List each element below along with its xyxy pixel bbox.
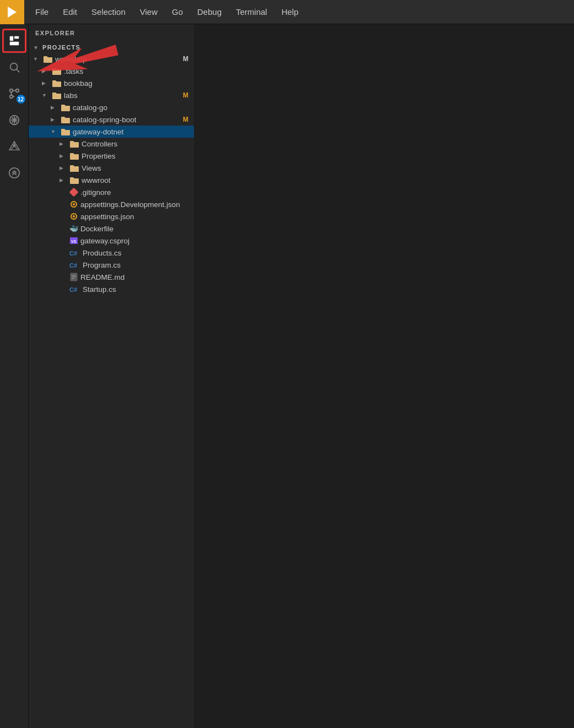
content-area	[194, 24, 574, 728]
tree-item-catalog-spring-boot[interactable]: ▶ catalog-spring-bootM	[29, 113, 194, 126]
explorer-label: EXPLORER	[35, 30, 75, 36]
tree-item-gateway-csproj[interactable]: VS gateway.csproj	[29, 235, 194, 247]
activity-badge-source-control: 12	[17, 95, 25, 104]
label-catalog-spring-boot: catalog-spring-boot	[73, 116, 183, 124]
svg-text:VS: VS	[71, 240, 77, 243]
sidebar-explorer-header: EXPLORER	[29, 24, 194, 42]
tree-item-views[interactable]: ▶ Views	[29, 162, 194, 174]
menu-logo[interactable]	[0, 0, 24, 24]
tree-item-catalog-go[interactable]: ▶ catalog-go	[29, 101, 194, 113]
tree-item-tasks[interactable]: ▶ .tasks	[29, 65, 194, 77]
chevron-labs: ▼	[42, 93, 51, 98]
tree-item-dockerfile[interactable]: 🐳 Dockerfile	[29, 222, 194, 235]
svg-text:🐳: 🐳	[69, 224, 78, 233]
menu-item-terminal[interactable]: Terminal	[229, 5, 274, 19]
chevron-views: ▶	[59, 165, 68, 171]
label-gitignore: .gitignore	[80, 188, 194, 197]
tree-item-appsettings-dev[interactable]: appsettings.Development.json	[29, 198, 194, 210]
label-products-cs: Products.cs	[83, 249, 194, 257]
svg-point-3	[10, 63, 17, 70]
chevron-tasks: ▶	[42, 68, 51, 74]
label-program-cs: Program.cs	[83, 261, 194, 269]
svg-text:C#: C#	[69, 250, 77, 257]
svg-line-4	[17, 69, 19, 72]
svg-rect-18	[69, 188, 78, 197]
tree-item-readme[interactable]: README.md	[29, 271, 194, 283]
sidebar: EXPLORER ▼ PROJECTS ▼ workshopM▶ .tasks▶…	[29, 24, 194, 728]
activity-icon-kubernetes[interactable]	[2, 134, 26, 159]
menubar: FileEditSelectionViewGoDebugTerminalHelp	[0, 0, 574, 24]
main-layout: 12 EXPLORER ▼ PROJECTS	[0, 24, 574, 728]
svg-point-5	[9, 89, 13, 93]
svg-point-24	[73, 215, 75, 218]
label-wwwroot: wwwroot	[82, 176, 194, 184]
menu-items: FileEditSelectionViewGoDebugTerminalHelp	[24, 5, 310, 19]
projects-chevron: ▼	[33, 45, 39, 51]
chevron-properties: ▶	[59, 153, 68, 159]
label-views: Views	[82, 164, 194, 172]
label-labs: labs	[64, 91, 183, 100]
menu-item-file[interactable]: File	[29, 5, 55, 19]
activity-icon-explorer[interactable]	[2, 29, 26, 53]
label-catalog-go: catalog-go	[73, 104, 194, 112]
svg-point-6	[15, 89, 19, 93]
svg-rect-0	[9, 36, 13, 41]
menu-item-view[interactable]: View	[133, 5, 164, 19]
tree-item-program-cs[interactable]: C# Program.cs	[29, 259, 194, 271]
chevron-wwwroot: ▶	[59, 177, 68, 183]
label-readme: README.md	[80, 273, 194, 281]
svg-text:C#: C#	[69, 262, 77, 269]
svg-rect-2	[9, 42, 19, 45]
tree-item-startup-cs[interactable]: C# Startup.cs	[29, 283, 194, 295]
tree-item-gateway-dotnet[interactable]: ▼ gateway-dotnet	[29, 126, 194, 138]
menu-item-help[interactable]: Help	[275, 5, 305, 19]
chevron-gateway-dotnet: ▼	[51, 129, 59, 134]
label-tasks: .tasks	[64, 67, 194, 75]
chevron-catalog-go: ▶	[51, 105, 59, 110]
label-bookbag: bookbag	[64, 79, 194, 88]
tree-item-bookbag[interactable]: ▶ bookbag	[29, 77, 194, 89]
label-gateway-dotnet: gateway-dotnet	[73, 128, 194, 136]
chevron-catalog-spring-boot: ▶	[51, 117, 59, 122]
activity-icon-remote[interactable]	[2, 161, 26, 185]
label-properties: Properties	[82, 152, 194, 160]
tree-item-products-cs[interactable]: C# Products.cs	[29, 247, 194, 259]
badge-workshop: M	[183, 55, 188, 63]
tree-item-properties[interactable]: ▶ Properties	[29, 150, 194, 162]
chevron-controllers: ▶	[59, 141, 68, 146]
tree-item-controllers[interactable]: ▶ Controllers	[29, 138, 194, 150]
label-startup-cs: Startup.cs	[83, 285, 194, 294]
file-tree: ▼ workshopM▶ .tasks▶ bookbag▼ labsM▶ cat…	[29, 53, 194, 728]
tree-item-gitignore[interactable]: .gitignore	[29, 186, 194, 198]
menu-item-go[interactable]: Go	[165, 5, 189, 19]
section-header-projects[interactable]: ▼ PROJECTS	[29, 42, 194, 53]
menu-item-debug[interactable]: Debug	[191, 5, 228, 19]
menu-item-selection[interactable]: Selection	[85, 5, 132, 19]
chevron-workshop: ▼	[33, 56, 42, 62]
label-appsettings-dev: appsettings.Development.json	[80, 200, 194, 209]
label-workshop: workshop	[55, 55, 183, 63]
svg-point-17	[13, 144, 15, 146]
label-controllers: Controllers	[82, 140, 194, 148]
tree-item-workshop[interactable]: ▼ workshopM	[29, 53, 194, 65]
activity-icon-extensions[interactable]	[2, 108, 26, 132]
menu-item-edit[interactable]: Edit	[56, 5, 84, 19]
label-dockerfile: Dockerfile	[80, 225, 194, 233]
label-gateway-csproj: gateway.csproj	[80, 237, 194, 245]
svg-text:C#: C#	[69, 286, 77, 293]
projects-label: PROJECTS	[42, 44, 80, 51]
tree-item-appsettings[interactable]: appsettings.json	[29, 210, 194, 222]
tree-item-labs[interactable]: ▼ labsM	[29, 89, 194, 101]
activity-bar: 12	[0, 24, 29, 728]
svg-rect-1	[14, 36, 19, 39]
tree-item-wwwroot[interactable]: ▶ wwwroot	[29, 174, 194, 186]
activity-icon-search[interactable]	[2, 55, 26, 79]
activity-icon-source-control[interactable]: 12	[2, 82, 26, 106]
badge-labs: M	[183, 91, 188, 99]
badge-catalog-spring-boot: M	[183, 116, 188, 123]
label-appsettings: appsettings.json	[80, 213, 194, 221]
svg-point-21	[73, 203, 75, 205]
chevron-bookbag: ▶	[42, 80, 51, 86]
